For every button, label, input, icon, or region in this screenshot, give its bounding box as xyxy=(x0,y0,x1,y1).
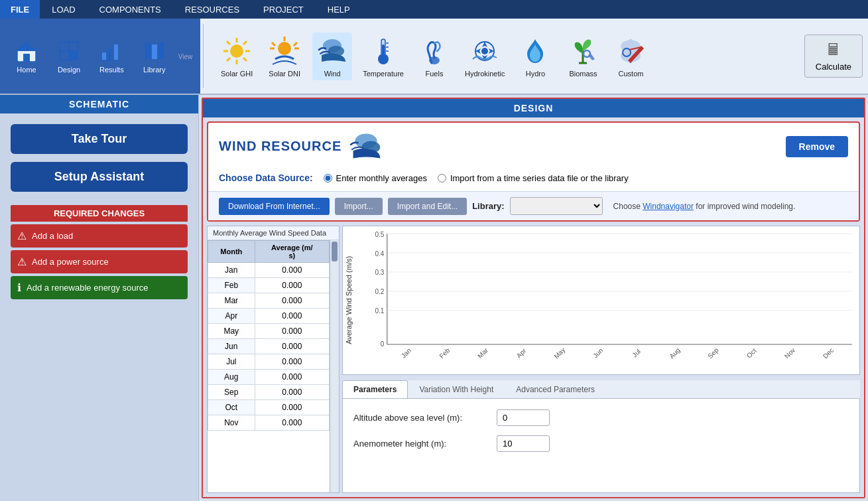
take-tour-button[interactable]: Take Tour xyxy=(11,124,188,154)
home-icon xyxy=(15,39,38,63)
cell-value[interactable]: 0.000 xyxy=(255,400,329,415)
table-scrollbar[interactable] xyxy=(330,240,339,492)
anemometer-input[interactable] xyxy=(497,435,550,452)
req-add-renewable[interactable]: ℹ Add a renewable energy source xyxy=(11,276,188,299)
download-internet-button[interactable]: Download From Internet... xyxy=(219,198,330,215)
results-icon xyxy=(99,39,123,63)
cell-value[interactable]: 0.000 xyxy=(255,263,329,278)
remove-button[interactable]: Remove xyxy=(786,136,848,157)
table-row: Jun0.000 xyxy=(208,339,330,354)
library-select[interactable] xyxy=(510,197,603,215)
setup-assistant-button[interactable]: Setup Assistant xyxy=(11,162,188,192)
solar-ghi-button[interactable]: Solar GHI xyxy=(217,33,257,80)
radio-monthly-averages[interactable]: Enter monthly averages xyxy=(324,173,427,183)
radio-import-series[interactable]: Import from a time series data file or t… xyxy=(438,173,629,183)
calculate-button[interactable]: 🖩 Calculate xyxy=(804,35,863,78)
svg-text:0: 0 xyxy=(381,340,385,348)
import-edit-button[interactable]: Import and Edit... xyxy=(388,198,467,215)
menu-resources[interactable]: RESOURCES xyxy=(173,0,251,19)
required-changes-header: REQUIRED CHANGES xyxy=(11,205,188,222)
svg-line-22 xyxy=(227,58,230,61)
custom-icon xyxy=(615,35,647,67)
svg-point-40 xyxy=(584,50,590,57)
menu-help[interactable]: HELP xyxy=(316,0,362,19)
svg-text:0.4: 0.4 xyxy=(375,250,384,257)
svg-rect-4 xyxy=(69,42,78,51)
svg-rect-3 xyxy=(60,42,69,51)
table-row: Nov0.000 xyxy=(208,415,330,431)
anemometer-row: Anemometer height (m): xyxy=(353,435,849,452)
results-label: Results xyxy=(99,66,124,74)
tab-parameters[interactable]: Parameters xyxy=(342,380,408,398)
home-button[interactable]: Home xyxy=(8,35,45,78)
toolbar-home-group: Home Design Resu xyxy=(0,19,200,94)
tab-advanced[interactable]: Advanced Parameters xyxy=(505,380,606,398)
wind-title-area: WIND RESOURCE xyxy=(219,131,383,162)
design-panel: DESIGN WIND RESOURCE xyxy=(199,95,868,501)
import-button[interactable]: Import... xyxy=(335,198,383,215)
windnav-text: Choose Windnavigator for improved wind m… xyxy=(613,202,796,211)
hydro-label: Hydro xyxy=(526,70,545,78)
menu-file[interactable]: FILE xyxy=(0,0,40,19)
svg-line-19 xyxy=(227,41,230,44)
solar-dni-icon xyxy=(269,35,300,67)
menu-load[interactable]: LOAD xyxy=(40,0,87,19)
altitude-input[interactable] xyxy=(497,409,550,426)
toolbar-separator-1 xyxy=(203,24,204,88)
radio-import-input[interactable] xyxy=(438,174,446,182)
table-row: Oct0.000 xyxy=(208,400,330,415)
library-button[interactable]: Library xyxy=(136,35,173,78)
cell-value[interactable]: 0.000 xyxy=(255,309,329,324)
biomass-button[interactable]: Biomass xyxy=(563,33,603,80)
cell-value[interactable]: 0.000 xyxy=(255,385,329,400)
wind-resource-box: WIND RESOURCE Remove xyxy=(207,121,860,222)
biomass-label: Biomass xyxy=(569,70,597,78)
tab-variation-height[interactable]: Variation With Height xyxy=(408,380,505,398)
cell-value[interactable]: 0.000 xyxy=(255,354,329,370)
temperature-button[interactable]: Temperature xyxy=(360,33,406,80)
svg-text:Mar: Mar xyxy=(476,346,489,360)
svg-marker-1 xyxy=(16,42,37,51)
fuels-button[interactable]: Fuels xyxy=(414,33,454,80)
table-scroll[interactable]: Month Average (m/s) Jan0.000Feb0.000Mar0… xyxy=(208,240,330,492)
svg-text:0.1: 0.1 xyxy=(375,307,384,315)
chart-tabs-area: Average Wind Speed (m/s) 0.5 0.4 0.3 xyxy=(342,226,860,493)
svg-text:0.5: 0.5 xyxy=(375,231,384,238)
design-button[interactable]: Design xyxy=(50,35,88,78)
data-source-row: Choose Data Source: Enter monthly averag… xyxy=(208,170,859,191)
svg-text:Average Wind Speed (m/s): Average Wind Speed (m/s) xyxy=(345,255,353,344)
wind-data-table-section: Monthly Average Wind Speed Data Month Av… xyxy=(207,226,340,493)
tabs-section: Parameters Variation With Height Advance… xyxy=(342,378,860,493)
svg-text:0.3: 0.3 xyxy=(375,269,384,276)
wind-resource-header: WIND RESOURCE Remove xyxy=(208,123,859,170)
cell-value[interactable]: 0.000 xyxy=(255,324,329,339)
cell-value[interactable]: 0.000 xyxy=(255,293,329,309)
cell-value[interactable]: 0.000 xyxy=(255,370,329,385)
anemometer-label: Anemometer height (m): xyxy=(353,439,486,449)
solar-dni-button[interactable]: Solar DNI xyxy=(265,33,304,80)
hydro-button[interactable]: Hydro xyxy=(515,33,555,80)
req-add-power-source[interactable]: ⚠ Add a power source xyxy=(11,250,188,273)
windnavigator-link[interactable]: Windnavigator xyxy=(643,202,694,211)
toolbar-resources: Solar GHI Solar DNI xyxy=(206,19,799,94)
menu-components[interactable]: COMPONENTS xyxy=(88,0,173,19)
cell-value[interactable]: 0.000 xyxy=(255,278,329,293)
results-button[interactable]: Results xyxy=(93,35,131,78)
calculate-label: Calculate xyxy=(816,62,851,72)
cell-value[interactable]: 0.000 xyxy=(255,415,329,431)
solar-ghi-icon xyxy=(221,35,253,67)
custom-button[interactable]: Custom xyxy=(611,33,651,80)
wind-toolbar-button[interactable]: Wind xyxy=(312,33,352,80)
cell-month: Jul xyxy=(208,354,255,370)
hydrokinetic-button[interactable]: Hydrokinetic xyxy=(462,33,508,80)
cell-value[interactable]: 0.000 xyxy=(255,339,329,354)
req-add-load[interactable]: ⚠ Add a load xyxy=(11,224,188,248)
data-source-label: Choose Data Source: xyxy=(219,173,313,183)
cell-month: Aug xyxy=(208,370,255,385)
menu-project[interactable]: PROJECT xyxy=(251,0,316,19)
temperature-label: Temperature xyxy=(363,70,404,78)
radio-monthly-input[interactable] xyxy=(324,174,332,182)
home-label: Home xyxy=(17,66,36,74)
svg-point-14 xyxy=(230,44,243,58)
svg-text:Oct: Oct xyxy=(745,347,758,360)
